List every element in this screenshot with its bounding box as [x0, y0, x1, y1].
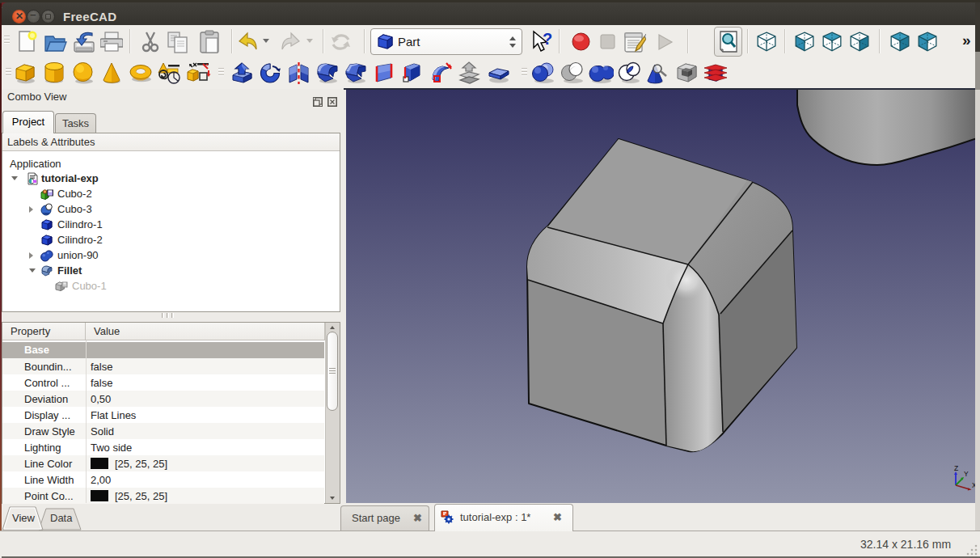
svg-text:Y: Y [964, 470, 969, 478]
svg-text:Z: Z [954, 464, 958, 472]
svg-text:View: View [12, 512, 36, 524]
svg-text:?: ? [543, 30, 552, 48]
svg-text:Data: Data [50, 512, 73, 524]
